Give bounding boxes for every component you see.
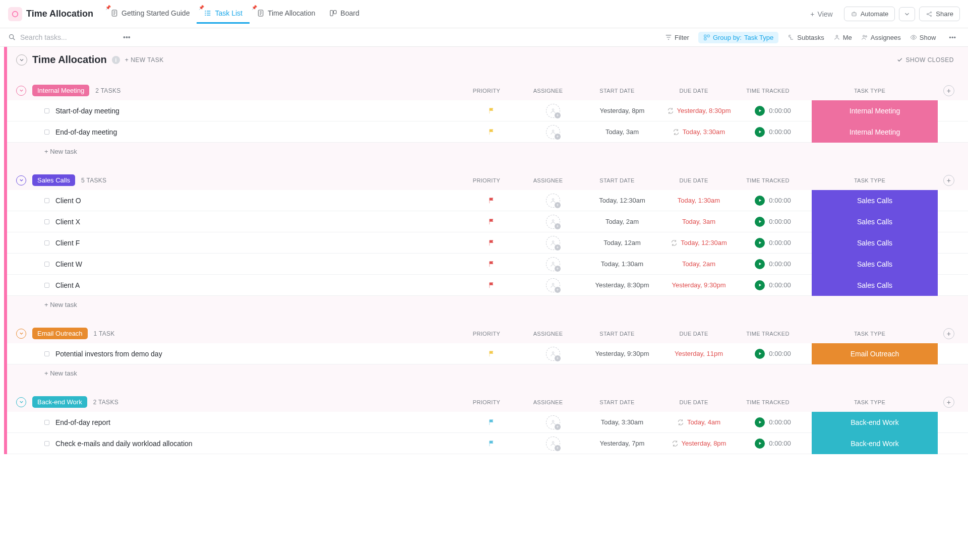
task-row[interactable]: Client X+Today, 2amToday, 3am0:00:00Sale… <box>7 211 968 232</box>
start-date-cell[interactable]: Yesterday, 8pm <box>587 107 657 114</box>
col-priority[interactable]: PRIORITY <box>459 88 514 94</box>
col-due-date[interactable]: DUE DATE <box>658 177 729 183</box>
assignee-add[interactable]: + <box>546 236 560 250</box>
info-icon[interactable]: i <box>112 56 120 64</box>
col-start-date[interactable]: START DATE <box>582 88 652 94</box>
col-time-tracked[interactable]: TIME TRACKED <box>735 331 801 337</box>
priority-cell[interactable] <box>464 129 519 136</box>
show-button[interactable]: Show <box>910 34 936 41</box>
tab-board[interactable]: Board <box>322 4 366 24</box>
play-button[interactable] <box>755 196 765 206</box>
status-checkbox[interactable] <box>44 240 49 245</box>
play-button[interactable] <box>755 417 765 427</box>
col-task-type[interactable]: TASK TYPE <box>807 399 933 405</box>
priority-cell[interactable] <box>464 218 519 225</box>
task-name[interactable]: Potential investors from demo day <box>55 350 458 358</box>
new-task-button[interactable]: + NEW TASK <box>125 56 164 64</box>
col-due-date[interactable]: DUE DATE <box>658 88 729 94</box>
assignee-cell[interactable]: + <box>525 257 581 271</box>
task-type-cell[interactable]: Sales Calls <box>812 211 938 232</box>
task-name[interactable]: Check e-mails and daily workload allocat… <box>55 440 458 448</box>
priority-cell[interactable] <box>464 239 519 246</box>
add-view-button[interactable]: + View <box>803 5 839 23</box>
add-column[interactable]: + <box>939 85 959 96</box>
status-checkbox[interactable] <box>44 283 49 288</box>
group-badge[interactable]: Email Outreach <box>32 328 88 339</box>
start-date-cell[interactable]: Yesterday, 7pm <box>587 440 657 447</box>
automate-button[interactable]: Automate <box>844 7 895 21</box>
time-tracked-cell[interactable]: 0:00:00 <box>740 196 806 206</box>
play-button[interactable] <box>755 259 765 269</box>
assignee-cell[interactable]: + <box>525 194 581 208</box>
task-name[interactable]: Client F <box>55 239 458 247</box>
share-button[interactable]: Share <box>919 7 960 21</box>
task-name[interactable]: End-of-day meeting <box>55 128 458 136</box>
filter-button[interactable]: Filter <box>665 34 689 41</box>
status-checkbox[interactable] <box>44 420 49 425</box>
group-collapse-toggle[interactable] <box>16 329 26 339</box>
show-closed-button[interactable]: SHOW CLOSED <box>896 56 954 64</box>
assignee-add[interactable]: + <box>546 415 560 429</box>
task-name[interactable]: End-of-day report <box>55 418 458 426</box>
due-date-cell[interactable]: Today, 4am <box>663 418 734 426</box>
add-column[interactable]: + <box>939 397 959 408</box>
status-checkbox[interactable] <box>44 262 49 267</box>
status-checkbox[interactable] <box>44 219 49 224</box>
status-checkbox[interactable] <box>44 441 49 446</box>
task-name[interactable]: Client X <box>55 218 458 226</box>
time-tracked-cell[interactable]: 0:00:00 <box>740 217 806 227</box>
start-date-cell[interactable]: Today, 2am <box>587 218 657 225</box>
new-task-row[interactable]: + New task <box>7 364 968 382</box>
new-task-row[interactable]: + New task <box>7 296 968 314</box>
assignee-add[interactable]: + <box>546 104 560 118</box>
assignee-add[interactable]: + <box>546 347 560 361</box>
start-date-cell[interactable]: Today, 3am <box>587 128 657 136</box>
col-task-type[interactable]: TASK TYPE <box>807 331 933 337</box>
automate-dropdown[interactable] <box>899 7 915 21</box>
due-date-cell[interactable]: Today, 2am <box>663 260 734 268</box>
me-button[interactable]: Me <box>833 34 852 41</box>
col-time-tracked[interactable]: TIME TRACKED <box>735 88 801 94</box>
priority-cell[interactable] <box>464 107 519 114</box>
task-type-cell[interactable]: Sales Calls <box>812 190 938 211</box>
col-time-tracked[interactable]: TIME TRACKED <box>735 399 801 405</box>
due-date-cell[interactable]: Yesterday, 9:30pm <box>663 281 734 289</box>
col-priority[interactable]: PRIORITY <box>459 331 514 337</box>
col-priority[interactable]: PRIORITY <box>459 399 514 405</box>
task-row[interactable]: Client A+Yesterday, 8:30pmYesterday, 9:3… <box>7 275 968 296</box>
play-button[interactable] <box>755 349 765 359</box>
due-date-cell[interactable]: Yesterday, 8pm <box>663 440 734 447</box>
due-date-cell[interactable]: Today, 3am <box>663 218 734 225</box>
play-button[interactable] <box>755 127 765 137</box>
task-row[interactable]: Potential investors from demo day+Yester… <box>7 343 968 364</box>
task-name[interactable]: Client A <box>55 281 458 289</box>
tab-task-list[interactable]: 📌Task List <box>197 4 249 24</box>
task-type-cell[interactable]: Back-end Work <box>812 433 938 454</box>
time-tracked-cell[interactable]: 0:00:00 <box>740 280 806 290</box>
assignee-add[interactable]: + <box>546 215 560 229</box>
time-tracked-cell[interactable]: 0:00:00 <box>740 127 806 137</box>
start-date-cell[interactable]: Today, 3:30am <box>587 418 657 426</box>
col-start-date[interactable]: START DATE <box>582 331 652 337</box>
tab-time-allocation[interactable]: 📌Time Allocation <box>250 4 322 24</box>
assignee-add[interactable]: + <box>546 257 560 271</box>
priority-cell[interactable] <box>464 419 519 426</box>
play-button[interactable] <box>755 439 765 449</box>
assignee-cell[interactable]: + <box>525 415 581 429</box>
time-tracked-cell[interactable]: 0:00:00 <box>740 349 806 359</box>
priority-cell[interactable] <box>464 261 519 268</box>
due-date-cell[interactable]: Yesterday, 8:30pm <box>663 107 734 114</box>
task-type-cell[interactable]: Sales Calls <box>812 254 938 274</box>
col-task-type[interactable]: TASK TYPE <box>807 88 933 94</box>
tab-getting-started-guide[interactable]: 📌Getting Started Guide <box>103 4 197 24</box>
time-tracked-cell[interactable]: 0:00:00 <box>740 259 806 269</box>
task-name[interactable]: Start-of-day meeting <box>55 107 458 115</box>
assignee-cell[interactable]: + <box>525 236 581 250</box>
start-date-cell[interactable]: Yesterday, 8:30pm <box>587 281 657 289</box>
task-name[interactable]: Client O <box>55 197 458 205</box>
col-due-date[interactable]: DUE DATE <box>658 399 729 405</box>
assignee-cell[interactable]: + <box>525 347 581 361</box>
assignee-add[interactable]: + <box>546 278 560 292</box>
task-type-cell[interactable]: Back-end Work <box>812 412 938 432</box>
priority-cell[interactable] <box>464 440 519 447</box>
